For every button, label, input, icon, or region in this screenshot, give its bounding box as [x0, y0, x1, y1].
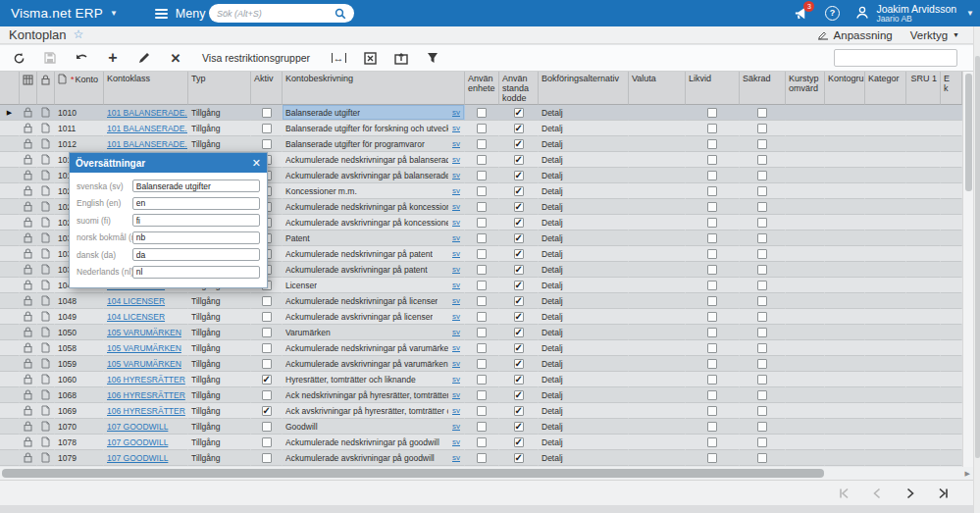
kontogrupp-cell[interactable]: [825, 262, 865, 278]
valuta-cell[interactable]: [629, 293, 686, 309]
translation-link[interactable]: sv: [452, 155, 460, 164]
anvand-standard-koddel-checkbox[interactable]: [514, 155, 524, 165]
last-page-button[interactable]: [934, 484, 954, 503]
filter-button[interactable]: [420, 47, 445, 69]
table-row[interactable]: ▶ 1048 104 LICENSER Tillgång Ackumulerad…: [0, 293, 962, 309]
kontoklass-link[interactable]: 101 BALANSERADE...: [107, 124, 188, 133]
row-files-cell[interactable]: [37, 419, 55, 435]
anvand-standard-koddel-checkbox[interactable]: [514, 186, 524, 196]
anvand-enheter-checkbox[interactable]: [477, 343, 487, 353]
kontobeskrivning-cell[interactable]: Koncessioner m.m.sv: [283, 183, 465, 199]
refresh-button[interactable]: [6, 47, 31, 69]
sakrad-checkbox[interactable]: [757, 265, 767, 275]
anvand-enheter-checkbox[interactable]: [477, 375, 487, 385]
likvid-checkbox[interactable]: [707, 343, 717, 353]
sakrad-checkbox[interactable]: [757, 202, 767, 212]
kategori-cell[interactable]: [865, 293, 906, 309]
table-row[interactable]: ▶ 1012 101 BALANSERADE... Tillgång Balan…: [0, 136, 962, 152]
translation-link[interactable]: sv: [452, 139, 460, 148]
typ-cell[interactable]: Tillgång: [188, 105, 251, 121]
sakrad-checkbox[interactable]: [757, 406, 767, 416]
kontogrupp-cell[interactable]: [825, 419, 865, 435]
extern-cell[interactable]: [941, 325, 962, 340]
kontoklass-link[interactable]: 107 GOODWILL: [107, 453, 168, 463]
row-notes-cell[interactable]: [20, 121, 37, 136]
likvid-checkbox[interactable]: [707, 124, 717, 133]
row-selector-cell[interactable]: ▶: [0, 419, 20, 435]
valuta-cell[interactable]: [629, 340, 686, 356]
row-files-cell[interactable]: [37, 168, 55, 183]
extern-cell[interactable]: [941, 231, 962, 246]
table-row[interactable]: ▶ 1079 107 GOODWILL Tillgång Ackumulerad…: [0, 450, 962, 466]
extern-cell[interactable]: [941, 387, 962, 403]
aktiv-checkbox[interactable]: [262, 437, 272, 447]
column-settings-header[interactable]: [20, 72, 37, 105]
konto-cell[interactable]: 1050: [55, 325, 104, 340]
typ-cell[interactable]: Tillgång: [188, 121, 251, 136]
valuta-cell[interactable]: [629, 372, 686, 387]
row-notes-cell[interactable]: [20, 356, 37, 372]
table-row[interactable]: ▶ 1069 106 HYRESRÄTTER Tillgång Ack avsk…: [0, 403, 962, 419]
kontobeskrivning-cell[interactable]: Licensersv: [283, 278, 465, 293]
row-selector-cell[interactable]: ▶: [0, 152, 20, 168]
row-notes-cell[interactable]: [20, 105, 37, 121]
anvand-enheter-checkbox[interactable]: [477, 155, 487, 165]
kurstyp-cell[interactable]: [786, 403, 825, 419]
kurstyp-cell[interactable]: [786, 450, 825, 466]
row-selector-cell[interactable]: ▶: [0, 356, 20, 372]
row-selector-cell[interactable]: ▶: [0, 231, 20, 246]
kontobeskrivning-cell[interactable]: Ack nedskrivningar på hyresrätter, tomtr…: [283, 387, 465, 403]
bokforingsalternativ-cell[interactable]: Detalj: [539, 419, 629, 435]
valuta-cell[interactable]: [629, 136, 686, 152]
edit-button[interactable]: [131, 47, 157, 69]
export-excel-button[interactable]: [357, 47, 383, 69]
bokforingsalternativ-cell[interactable]: Detalj: [539, 403, 629, 419]
kurstyp-cell[interactable]: [786, 199, 825, 215]
kontoklass-link[interactable]: 106 HYRESRÄTTER: [107, 390, 185, 400]
delete-row-button[interactable]: ✕: [163, 47, 188, 69]
aktiv-checkbox[interactable]: [262, 312, 272, 322]
anvand-standard-koddel-checkbox[interactable]: [514, 139, 524, 149]
kategori-cell[interactable]: [865, 450, 906, 466]
anvand-enheter-checkbox[interactable]: [477, 406, 487, 416]
kategori-cell[interactable]: [865, 136, 906, 152]
row-files-cell[interactable]: [37, 450, 55, 466]
anvand-enheter-checkbox[interactable]: [477, 202, 487, 212]
kontogrupp-cell[interactable]: [825, 435, 865, 450]
typ-column-header[interactable]: Typ: [188, 72, 251, 105]
anvand-enheter-checkbox[interactable]: [477, 359, 487, 369]
first-page-button[interactable]: [834, 484, 853, 503]
kontobeskrivning-cell[interactable]: Ackumulerade avskrivningar på licensersv: [283, 309, 465, 325]
konto-cell[interactable]: 1079: [55, 450, 104, 466]
likvid-checkbox[interactable]: [707, 296, 717, 306]
kontogrupp-cell[interactable]: [825, 105, 865, 121]
anvand-standard-koddel-checkbox[interactable]: [514, 390, 524, 400]
row-files-cell[interactable]: [37, 356, 55, 372]
anvand-enheter-checkbox[interactable]: [477, 186, 487, 196]
sru1-cell[interactable]: [906, 293, 941, 309]
sakrad-checkbox[interactable]: [757, 437, 767, 447]
kontoklass-link[interactable]: 104 LICENSER: [107, 312, 165, 322]
likvid-checkbox[interactable]: [707, 186, 717, 196]
dialog-header[interactable]: Översättningar ✕: [70, 153, 267, 173]
row-notes-cell[interactable]: [20, 340, 37, 356]
translation-link[interactable]: sv: [452, 218, 460, 227]
customize-button[interactable]: Anpassning: [817, 29, 893, 41]
row-selector-cell[interactable]: ▶: [0, 372, 20, 387]
kategori-cell[interactable]: [865, 403, 906, 419]
table-horizontal-scrollbar[interactable]: ▶: [0, 467, 973, 480]
anvand-standard-koddel-checkbox[interactable]: [514, 359, 524, 369]
aktiv-checkbox[interactable]: [262, 390, 272, 400]
kontoklass-link[interactable]: 106 HYRESRÄTTER: [107, 375, 185, 385]
kategori-cell[interactable]: [865, 309, 906, 325]
bokforingsalternativ-cell[interactable]: Detalj: [539, 262, 629, 278]
translation-link[interactable]: sv: [452, 281, 460, 289]
anvand-enheter-checkbox[interactable]: [477, 249, 487, 259]
bokforingsalternativ-cell[interactable]: Detalj: [539, 372, 629, 387]
aktiv-checkbox[interactable]: [262, 108, 272, 118]
row-selector-cell[interactable]: ▶: [0, 183, 20, 199]
add-row-button[interactable]: +: [100, 47, 126, 69]
kontobeskrivning-cell[interactable]: Ackumulerade nedskrivningar på balansera…: [283, 152, 465, 168]
konto-cell[interactable]: 1049: [55, 309, 104, 325]
extern-cell[interactable]: [941, 168, 962, 183]
